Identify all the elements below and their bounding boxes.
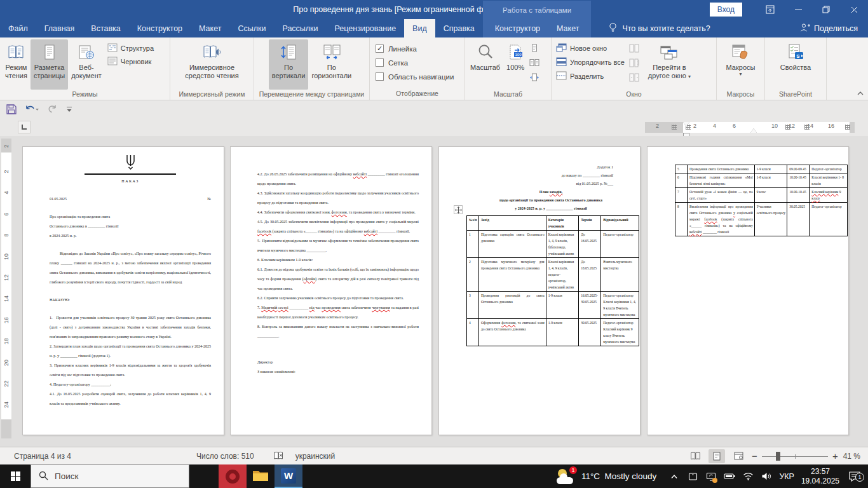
side-to-side-button[interactable]: По горизонтали: [308, 39, 355, 90]
customize-qat-button[interactable]: [65, 105, 73, 113]
zoom-slider-thumb[interactable]: [776, 452, 780, 461]
taskbar-search-box[interactable]: Поиск: [31, 464, 189, 488]
web-layout-button[interactable]: Веб- документ: [68, 39, 105, 90]
language-switcher[interactable]: УКР: [779, 472, 794, 481]
battery-icon[interactable]: [724, 469, 735, 484]
word-count-indicator[interactable]: Число слов: 510: [193, 447, 258, 464]
clock-date: 19.04.2025: [801, 477, 839, 486]
sign-in-button[interactable]: Вход: [710, 3, 742, 17]
multiple-pages-button[interactable]: [529, 58, 539, 70]
outline-label: Структура: [121, 44, 154, 52]
restore-button[interactable]: [812, 0, 840, 19]
tab-ссылки[interactable]: Ссылки: [229, 19, 274, 37]
zoom-out-button[interactable]: −: [752, 452, 757, 461]
new-window-button[interactable]: Новое окно: [556, 43, 625, 53]
share-button[interactable]: Поделиться: [790, 19, 868, 37]
outline-view-button[interactable]: Структура: [107, 43, 154, 53]
page-width-button[interactable]: [529, 73, 539, 85]
tab-рассылки[interactable]: Рассылки: [274, 19, 326, 37]
vertical-ruler[interactable]: 224681012141618202224: [1, 139, 11, 438]
split-button[interactable]: Разделить: [556, 71, 625, 81]
taskbar-opera-button[interactable]: [219, 464, 247, 488]
tab-файл[interactable]: Файл: [0, 19, 36, 37]
save-button[interactable]: [6, 104, 17, 114]
tab-макет[interactable]: Макет: [191, 19, 229, 37]
table-column-marker[interactable]: [785, 125, 790, 130]
taskbar-word-button[interactable]: W: [275, 464, 302, 488]
web-layout-view-button[interactable]: [730, 449, 747, 463]
language-indicator[interactable]: украинский: [292, 447, 339, 464]
proofing-status-icon[interactable]: [269, 447, 288, 464]
read-mode-button[interactable]: Режим чтения: [2, 39, 31, 90]
close-button[interactable]: [840, 0, 868, 19]
taskbar-clock[interactable]: 23:57 19.04.2025: [801, 467, 839, 486]
document-page-3[interactable]: Додаток 1до наказу по _________ гімназії…: [438, 146, 641, 435]
document-page-2[interactable]: 4.2. До 26.05.2025 забезпечити розміщенн…: [230, 146, 432, 435]
zoom-button[interactable]: Масштаб: [467, 39, 503, 90]
vertical-scrolling-button[interactable]: По вертикали: [269, 39, 309, 90]
taskbar-explorer-button[interactable]: [247, 464, 275, 488]
redo-button[interactable]: [47, 104, 57, 114]
read-mode-view-button[interactable]: [687, 449, 703, 463]
taskbar: Поиск W 1 11°C Mostly cloudy: [0, 464, 868, 488]
tab-stop-selector[interactable]: [18, 121, 31, 133]
print-layout-view-button[interactable]: [709, 449, 725, 463]
volume-icon[interactable]: [761, 469, 772, 484]
heading-rule: [85, 173, 177, 175]
table-column-marker[interactable]: [804, 125, 810, 130]
start-button[interactable]: [0, 464, 31, 488]
table-column-marker[interactable]: [845, 125, 850, 130]
tab-вставка[interactable]: Вставка: [83, 19, 128, 37]
undo-button[interactable]: [25, 104, 39, 114]
tab-справка[interactable]: Справка: [435, 19, 483, 37]
horizontal-ruler[interactable]: 224610121416: [645, 122, 855, 133]
document-table[interactable]: 5Проведення свята Останнього дзвоника1-9…: [675, 165, 848, 236]
zoom-in-button[interactable]: +: [832, 452, 838, 461]
table-column-marker[interactable]: [672, 125, 677, 130]
minimize-button[interactable]: [784, 0, 812, 19]
tab-макет[interactable]: Макет: [548, 19, 587, 37]
switch-windows-button[interactable]: Перейти в другое окно ▾: [645, 39, 694, 90]
table-move-handle[interactable]: [454, 205, 463, 214]
zoom-level-label[interactable]: 41 %: [843, 452, 860, 461]
tab-вид[interactable]: Вид: [404, 19, 435, 37]
arrange-all-button[interactable]: Упорядочить все: [556, 57, 625, 67]
group-macros: Макросы ▾ Макросы: [717, 37, 765, 100]
ribbon-display-options-button[interactable]: [756, 0, 784, 19]
tab-конструктор[interactable]: Конструктор: [487, 19, 548, 37]
zoom-100-button[interactable]: 100 100%: [503, 39, 527, 90]
print-layout-button[interactable]: Разметка страницы: [31, 39, 68, 90]
collapse-ribbon-button[interactable]: [857, 87, 864, 98]
document-page-1[interactable]: НАКАЗ01.05.2025№Про організацію та прове…: [22, 146, 224, 435]
show-hidden-icons-button[interactable]: [668, 469, 680, 484]
properties-icon: S: [787, 42, 804, 62]
action-center-button[interactable]: 1: [846, 471, 863, 482]
ruler-checkbox[interactable]: ✓ Линейка: [376, 44, 454, 53]
display-sync-icon[interactable]: [705, 469, 717, 484]
word-icon: W: [281, 468, 296, 484]
document-page-4[interactable]: 5Проведення свята Останнього дзвоника1-9…: [647, 146, 849, 435]
table-row: 4Оформлення фотозони, та святкової зони …: [467, 319, 639, 346]
tab-рецензирование[interactable]: Рецензирование: [327, 19, 405, 37]
navigation-pane-checkbox[interactable]: Область навигации: [376, 72, 454, 81]
document-table[interactable]: №з/пЗахідКатегорія учасниківТермінВідпов…: [466, 215, 639, 346]
zoom-slider[interactable]: − +: [752, 452, 838, 461]
tab-конструктор[interactable]: Конструктор: [129, 19, 191, 37]
immersive-reader-button[interactable]: Иммерсивное средство чтения: [182, 39, 241, 90]
document-paragraph: від 01.05.2025 р. №___: [466, 180, 613, 188]
page-number-indicator[interactable]: Страница 4 из 4: [10, 447, 75, 464]
gridlines-checkbox[interactable]: Сетка: [376, 58, 454, 67]
first-line-indent-marker[interactable]: [683, 122, 689, 126]
hanging-indent-marker[interactable]: [750, 128, 757, 133]
properties-button[interactable]: S Свойства: [777, 39, 814, 90]
wifi-icon[interactable]: [742, 469, 754, 484]
date-number-row: 01.05.2025№: [50, 194, 211, 204]
tell-me-box[interactable]: Что вы хотите сделать?: [600, 19, 719, 37]
tab-главная[interactable]: Главная: [36, 19, 83, 37]
macros-button[interactable]: Макросы ▾: [723, 39, 759, 90]
document-table-wrap: №з/пЗахідКатегорія учасниківТермінВідпов…: [466, 215, 639, 346]
one-page-button[interactable]: [529, 44, 539, 55]
tablet-mode-icon[interactable]: [687, 469, 698, 484]
taskbar-weather-widget[interactable]: 1 11°C Mostly cloudy: [557, 468, 656, 485]
draft-view-button[interactable]: Черновик: [107, 57, 154, 67]
